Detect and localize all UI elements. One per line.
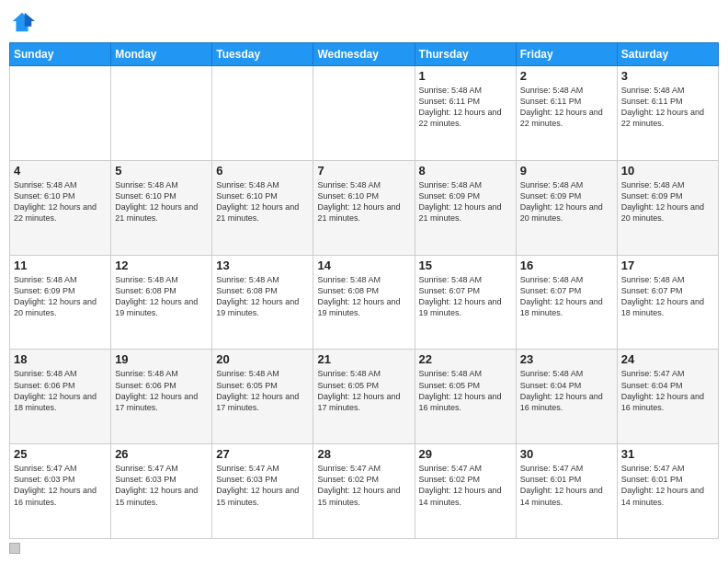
day-cell: 3Sunrise: 5:48 AM Sunset: 6:11 PM Daylig… bbox=[617, 66, 718, 161]
day-number: 6 bbox=[216, 164, 309, 178]
day-cell: 23Sunrise: 5:48 AM Sunset: 6:04 PM Dayli… bbox=[516, 350, 617, 444]
day-number: 16 bbox=[520, 259, 613, 272]
day-cell: 17Sunrise: 5:48 AM Sunset: 6:07 PM Dayli… bbox=[617, 255, 718, 350]
day-cell: 24Sunrise: 5:47 AM Sunset: 6:04 PM Dayli… bbox=[617, 350, 718, 444]
day-info: Sunrise: 5:47 AM Sunset: 6:04 PM Dayligh… bbox=[621, 368, 714, 413]
day-cell: 12Sunrise: 5:48 AM Sunset: 6:08 PM Dayli… bbox=[111, 255, 212, 350]
col-header-saturday: Saturday bbox=[617, 43, 718, 66]
day-cell bbox=[212, 66, 313, 161]
day-cell: 16Sunrise: 5:48 AM Sunset: 6:07 PM Dayli… bbox=[516, 255, 617, 350]
day-cell: 11Sunrise: 5:48 AM Sunset: 6:09 PM Dayli… bbox=[10, 255, 111, 350]
col-header-friday: Friday bbox=[516, 43, 617, 66]
day-number: 21 bbox=[317, 352, 410, 366]
day-info: Sunrise: 5:48 AM Sunset: 6:10 PM Dayligh… bbox=[115, 179, 208, 224]
day-cell: 29Sunrise: 5:47 AM Sunset: 6:02 PM Dayli… bbox=[415, 444, 516, 539]
day-info: Sunrise: 5:48 AM Sunset: 6:11 PM Dayligh… bbox=[419, 85, 512, 130]
day-info: Sunrise: 5:47 AM Sunset: 6:02 PM Dayligh… bbox=[317, 463, 410, 508]
week-row-1: 4Sunrise: 5:48 AM Sunset: 6:10 PM Daylig… bbox=[10, 160, 719, 255]
day-info: Sunrise: 5:48 AM Sunset: 6:08 PM Dayligh… bbox=[115, 274, 208, 319]
day-cell bbox=[111, 66, 212, 161]
day-cell: 31Sunrise: 5:47 AM Sunset: 6:01 PM Dayli… bbox=[617, 444, 718, 539]
day-info: Sunrise: 5:48 AM Sunset: 6:08 PM Dayligh… bbox=[317, 274, 410, 319]
daylight-box bbox=[9, 543, 20, 554]
day-number: 27 bbox=[216, 447, 309, 461]
day-info: Sunrise: 5:48 AM Sunset: 6:07 PM Dayligh… bbox=[520, 274, 613, 319]
day-number: 10 bbox=[621, 164, 714, 178]
week-row-4: 25Sunrise: 5:47 AM Sunset: 6:03 PM Dayli… bbox=[10, 444, 719, 539]
day-info: Sunrise: 5:48 AM Sunset: 6:10 PM Dayligh… bbox=[317, 179, 410, 224]
day-cell: 8Sunrise: 5:48 AM Sunset: 6:09 PM Daylig… bbox=[415, 160, 516, 255]
day-cell: 13Sunrise: 5:48 AM Sunset: 6:08 PM Dayli… bbox=[212, 255, 313, 350]
day-number: 12 bbox=[115, 259, 208, 272]
footer bbox=[9, 543, 719, 554]
day-cell: 4Sunrise: 5:48 AM Sunset: 6:10 PM Daylig… bbox=[10, 160, 111, 255]
day-cell: 19Sunrise: 5:48 AM Sunset: 6:06 PM Dayli… bbox=[111, 350, 212, 444]
day-info: Sunrise: 5:48 AM Sunset: 6:10 PM Dayligh… bbox=[216, 179, 309, 224]
col-header-wednesday: Wednesday bbox=[313, 43, 415, 66]
col-header-thursday: Thursday bbox=[415, 43, 516, 66]
day-number: 18 bbox=[14, 352, 107, 366]
day-number: 9 bbox=[520, 164, 613, 178]
day-number: 25 bbox=[14, 447, 107, 461]
calendar: SundayMondayTuesdayWednesdayThursdayFrid… bbox=[9, 42, 719, 539]
day-cell: 2Sunrise: 5:48 AM Sunset: 6:11 PM Daylig… bbox=[516, 66, 617, 161]
day-number: 14 bbox=[317, 259, 410, 272]
day-number: 7 bbox=[317, 164, 410, 178]
day-number: 26 bbox=[115, 447, 208, 461]
day-cell: 10Sunrise: 5:48 AM Sunset: 6:09 PM Dayli… bbox=[617, 160, 718, 255]
day-info: Sunrise: 5:48 AM Sunset: 6:11 PM Dayligh… bbox=[621, 85, 714, 130]
day-cell bbox=[10, 66, 111, 161]
day-info: Sunrise: 5:48 AM Sunset: 6:07 PM Dayligh… bbox=[419, 274, 512, 319]
day-number: 19 bbox=[115, 352, 208, 366]
week-row-0: 1Sunrise: 5:48 AM Sunset: 6:11 PM Daylig… bbox=[10, 66, 719, 161]
day-number: 3 bbox=[621, 69, 714, 83]
day-number: 23 bbox=[520, 352, 613, 366]
day-number: 8 bbox=[419, 164, 512, 178]
day-number: 22 bbox=[419, 352, 512, 366]
day-info: Sunrise: 5:48 AM Sunset: 6:09 PM Dayligh… bbox=[419, 179, 512, 224]
day-number: 5 bbox=[115, 164, 208, 178]
day-cell: 5Sunrise: 5:48 AM Sunset: 6:10 PM Daylig… bbox=[111, 160, 212, 255]
day-number: 1 bbox=[419, 69, 512, 83]
day-info: Sunrise: 5:47 AM Sunset: 6:03 PM Dayligh… bbox=[216, 463, 309, 508]
day-cell: 21Sunrise: 5:48 AM Sunset: 6:05 PM Dayli… bbox=[313, 350, 415, 444]
day-number: 30 bbox=[520, 447, 613, 461]
day-info: Sunrise: 5:48 AM Sunset: 6:07 PM Dayligh… bbox=[621, 274, 714, 319]
day-info: Sunrise: 5:48 AM Sunset: 6:04 PM Dayligh… bbox=[520, 368, 613, 413]
col-header-sunday: Sunday bbox=[10, 43, 111, 66]
day-cell: 9Sunrise: 5:48 AM Sunset: 6:09 PM Daylig… bbox=[516, 160, 617, 255]
logo-icon bbox=[9, 9, 35, 35]
week-row-2: 11Sunrise: 5:48 AM Sunset: 6:09 PM Dayli… bbox=[10, 255, 719, 350]
day-info: Sunrise: 5:48 AM Sunset: 6:10 PM Dayligh… bbox=[14, 179, 107, 224]
day-number: 29 bbox=[419, 447, 512, 461]
header-row: SundayMondayTuesdayWednesdayThursdayFrid… bbox=[10, 43, 719, 66]
day-cell: 22Sunrise: 5:48 AM Sunset: 6:05 PM Dayli… bbox=[415, 350, 516, 444]
day-info: Sunrise: 5:48 AM Sunset: 6:05 PM Dayligh… bbox=[419, 368, 512, 413]
day-cell: 15Sunrise: 5:48 AM Sunset: 6:07 PM Dayli… bbox=[415, 255, 516, 350]
day-info: Sunrise: 5:48 AM Sunset: 6:05 PM Dayligh… bbox=[317, 368, 410, 413]
day-number: 24 bbox=[621, 352, 714, 366]
svg-marker-1 bbox=[25, 13, 35, 27]
day-info: Sunrise: 5:47 AM Sunset: 6:03 PM Dayligh… bbox=[115, 463, 208, 508]
page: SundayMondayTuesdayWednesdayThursdayFrid… bbox=[0, 0, 728, 563]
day-number: 20 bbox=[216, 352, 309, 366]
day-cell: 26Sunrise: 5:47 AM Sunset: 6:03 PM Dayli… bbox=[111, 444, 212, 539]
day-number: 17 bbox=[621, 259, 714, 272]
day-number: 15 bbox=[419, 259, 512, 272]
day-cell: 30Sunrise: 5:47 AM Sunset: 6:01 PM Dayli… bbox=[516, 444, 617, 539]
day-info: Sunrise: 5:47 AM Sunset: 6:01 PM Dayligh… bbox=[621, 463, 714, 508]
day-info: Sunrise: 5:48 AM Sunset: 6:06 PM Dayligh… bbox=[14, 368, 107, 413]
day-info: Sunrise: 5:48 AM Sunset: 6:09 PM Dayligh… bbox=[14, 274, 107, 319]
day-number: 11 bbox=[14, 259, 107, 272]
day-info: Sunrise: 5:47 AM Sunset: 6:01 PM Dayligh… bbox=[520, 463, 613, 508]
logo bbox=[9, 9, 39, 35]
col-header-tuesday: Tuesday bbox=[212, 43, 313, 66]
day-number: 31 bbox=[621, 447, 714, 461]
day-info: Sunrise: 5:48 AM Sunset: 6:05 PM Dayligh… bbox=[216, 368, 309, 413]
day-cell: 27Sunrise: 5:47 AM Sunset: 6:03 PM Dayli… bbox=[212, 444, 313, 539]
day-info: Sunrise: 5:47 AM Sunset: 6:03 PM Dayligh… bbox=[14, 463, 107, 508]
header bbox=[9, 9, 719, 35]
col-header-monday: Monday bbox=[111, 43, 212, 66]
day-info: Sunrise: 5:48 AM Sunset: 6:06 PM Dayligh… bbox=[115, 368, 208, 413]
week-row-3: 18Sunrise: 5:48 AM Sunset: 6:06 PM Dayli… bbox=[10, 350, 719, 444]
